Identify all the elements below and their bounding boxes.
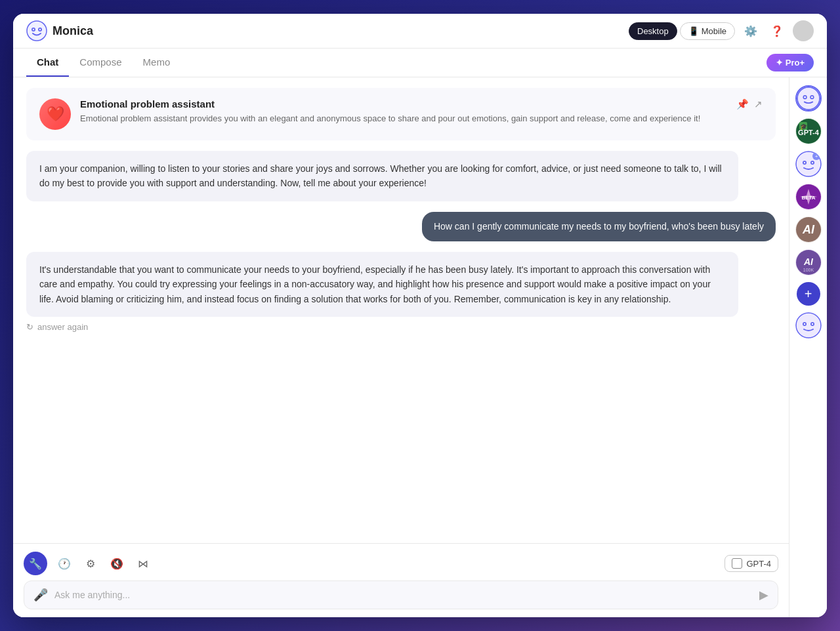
tabs-left: Chat Compose Memo (26, 49, 180, 77)
tab-memo[interactable]: Memo (133, 49, 181, 77)
svg-point-28 (796, 313, 821, 338)
message-user: How can I gently communicate my needs to… (26, 212, 776, 241)
gear-icon: ⚙ (86, 558, 95, 570)
model-selector[interactable]: GPT-4 (724, 555, 778, 572)
agent-actions: 📌 ↗ (736, 98, 763, 110)
right-sidebar: GPT-4 🎓 + (789, 77, 827, 617)
settings-tool-button[interactable]: ⚙ (81, 554, 100, 573)
input-toolbar: 🔧 🕐 ⚙ 🔇 ⋈ (24, 552, 778, 575)
model-icon (732, 558, 742, 569)
svg-point-18 (811, 162, 812, 163)
share-icon: ⋈ (138, 558, 148, 570)
main-layout: ❤️ Emotional problem assistant Emotional… (13, 77, 827, 617)
share-tool-button[interactable]: ⋈ (134, 554, 152, 573)
svg-text:AI: AI (803, 256, 814, 267)
svg-point-0 (27, 21, 47, 41)
message-assistant-response: It's understandable that you want to com… (26, 252, 738, 317)
sidebar-item-monica2[interactable]: + (795, 151, 822, 177)
plus-icon: + (805, 287, 812, 302)
header-right: Desktop 📱 Mobile ⚙️ ❓ (629, 20, 814, 41)
tab-chat[interactable]: Chat (26, 49, 69, 77)
sidebar-item-gpt4[interactable]: GPT-4 🎓 (795, 118, 822, 144)
header: Monica Desktop 📱 Mobile ⚙️ ❓ (13, 14, 827, 49)
svg-text:100K: 100K (803, 268, 814, 272)
mobile-icon: 📱 (688, 26, 699, 36)
chat-area: ❤️ Emotional problem assistant Emotional… (13, 77, 789, 617)
tab-compose[interactable]: Compose (69, 49, 132, 77)
sidebar-item-gemini[interactable]: BETA (795, 184, 822, 210)
model-label: GPT-4 (746, 559, 771, 569)
user-bubble: How can I gently communicate my needs to… (422, 212, 776, 241)
svg-point-3 (33, 29, 34, 30)
svg-text:BETA: BETA (801, 195, 815, 201)
svg-point-31 (803, 323, 805, 325)
microphone-button[interactable]: 🎤 (33, 588, 48, 602)
monica-logo-icon (26, 20, 47, 41)
agent-card: ❤️ Emotional problem assistant Emotional… (26, 88, 776, 140)
app-name: Monica (52, 24, 93, 38)
svg-text:🎓: 🎓 (799, 123, 807, 131)
svg-point-9 (811, 96, 813, 98)
agent-emoji: ❤️ (47, 106, 64, 123)
send-button[interactable]: ▶ (759, 588, 768, 602)
mic-icon: 🎤 (33, 588, 48, 601)
clock-icon: 🕐 (58, 558, 71, 570)
chat-input[interactable] (54, 590, 753, 600)
messages-list: I am your companion, willing to listen t… (13, 151, 789, 543)
sidebar-item-claude[interactable]: AI (795, 216, 822, 243)
agent-selector-button[interactable]: 🔧 (24, 552, 47, 575)
share-button[interactable]: ↗ (754, 98, 763, 110)
toolbar-left: 🔧 🕐 ⚙ 🔇 ⋈ (24, 552, 152, 575)
sidebar-item-claude100k[interactable]: AI 100K (795, 249, 822, 275)
input-row: 🎤 ▶ (24, 580, 778, 609)
user-avatar[interactable] (793, 20, 814, 41)
mute-button[interactable]: 🔇 (108, 554, 126, 573)
nav-tabs: Chat Compose Memo ✦ Pro+ (13, 49, 827, 77)
mobile-toggle[interactable]: 📱 Mobile (680, 22, 735, 40)
sidebar-item-monica-active[interactable] (795, 85, 822, 112)
svg-text:+: + (814, 153, 818, 159)
agent-selector-icon: 🔧 (29, 558, 42, 570)
desktop-toggle[interactable]: Desktop (629, 22, 677, 40)
help-button[interactable]: ❓ (766, 20, 788, 41)
input-area: 🔧 🕐 ⚙ 🔇 ⋈ (13, 543, 789, 617)
agent-description: Emotional problem assistant provides you… (80, 112, 727, 125)
svg-point-32 (811, 323, 812, 325)
header-left: Monica (26, 20, 93, 41)
toggle-group: Desktop 📱 Mobile (629, 22, 735, 40)
settings-button[interactable]: ⚙️ (740, 20, 761, 41)
agent-name: Emotional problem assistant (80, 98, 727, 110)
send-icon: ▶ (759, 588, 768, 601)
svg-point-17 (803, 162, 805, 163)
svg-point-4 (39, 29, 41, 30)
pin-button[interactable]: 📌 (736, 98, 749, 110)
svg-point-5 (797, 87, 819, 110)
answer-again-button[interactable]: ↻ answer again (26, 322, 776, 332)
agent-info: Emotional problem assistant Emotional pr… (80, 98, 727, 125)
sidebar-item-monica-bottom[interactable] (795, 312, 822, 338)
app-window: Monica Desktop 📱 Mobile ⚙️ ❓ Chat Compos… (13, 14, 827, 617)
pro-upgrade-button[interactable]: ✦ Pro+ (766, 54, 814, 71)
history-button[interactable]: 🕐 (55, 554, 74, 573)
mute-icon: 🔇 (110, 558, 123, 570)
svg-point-8 (804, 96, 806, 98)
message-intro: I am your companion, willing to listen t… (26, 151, 738, 201)
refresh-icon: ↻ (26, 322, 33, 332)
add-model-button[interactable]: + (797, 282, 820, 306)
agent-icon: ❤️ (39, 98, 71, 130)
svg-text:AI: AI (802, 223, 815, 236)
